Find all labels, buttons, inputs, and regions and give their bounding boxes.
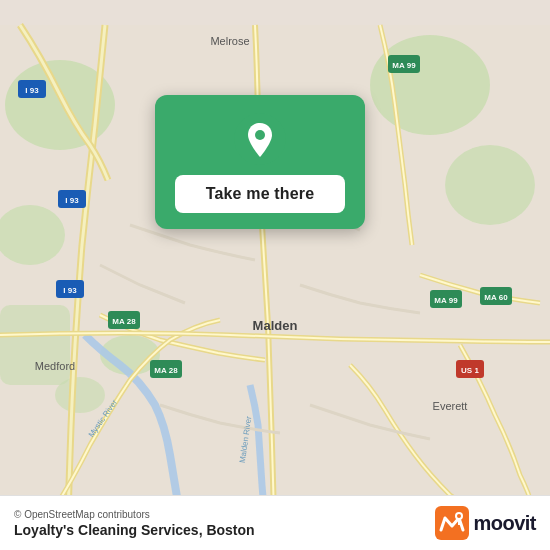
svg-text:Melrose: Melrose (210, 35, 249, 47)
take-me-there-button[interactable]: Take me there (175, 175, 345, 213)
svg-text:I 93: I 93 (65, 196, 79, 205)
svg-text:Malden: Malden (253, 318, 298, 333)
bottom-bar: © OpenStreetMap contributors Loyalty's C… (0, 495, 550, 550)
location-card: Take me there (155, 95, 365, 229)
svg-text:MA 28: MA 28 (112, 317, 136, 326)
moovit-text: moovit (473, 512, 536, 535)
svg-text:Everett: Everett (433, 400, 468, 412)
copyright-text: © OpenStreetMap contributors (14, 509, 255, 520)
svg-point-33 (255, 130, 265, 140)
moovit-icon (435, 506, 469, 540)
svg-rect-7 (0, 305, 70, 385)
svg-text:MA 99: MA 99 (434, 296, 458, 305)
svg-text:US 1: US 1 (461, 366, 479, 375)
svg-text:Medford: Medford (35, 360, 75, 372)
moovit-logo: moovit (435, 506, 536, 540)
bottom-left-info: © OpenStreetMap contributors Loyalty's C… (14, 509, 255, 538)
svg-text:I 93: I 93 (63, 286, 77, 295)
svg-text:MA 60: MA 60 (484, 293, 508, 302)
svg-text:MA 99: MA 99 (392, 61, 416, 70)
svg-text:I 93: I 93 (25, 86, 39, 95)
svg-point-36 (457, 514, 461, 518)
svg-rect-34 (435, 506, 469, 540)
map-container: I 93 I 93 I 93 MA 28 MA 28 MA 99 MA 99 M… (0, 0, 550, 550)
business-name: Loyalty's Cleaning Services, Boston (14, 522, 255, 538)
svg-point-4 (445, 145, 535, 225)
map-background: I 93 I 93 I 93 MA 28 MA 28 MA 99 MA 99 M… (0, 0, 550, 550)
location-pin-icon (234, 113, 286, 165)
svg-text:MA 28: MA 28 (154, 366, 178, 375)
